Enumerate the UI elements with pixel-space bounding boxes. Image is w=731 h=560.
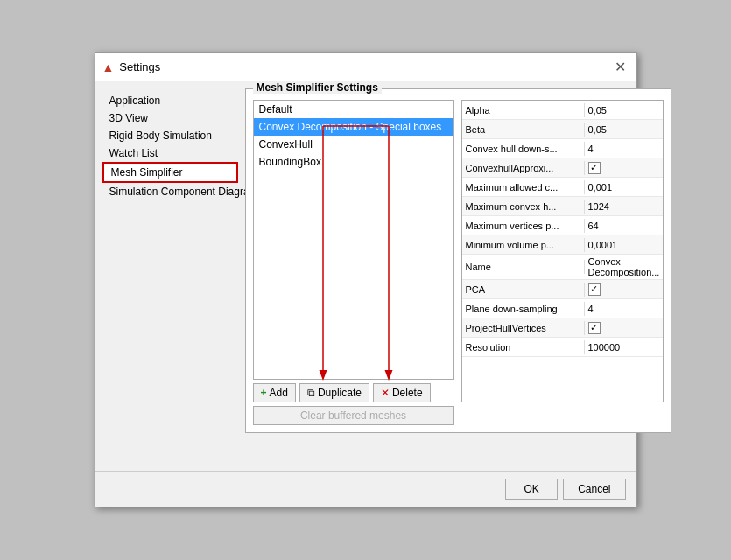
list-box[interactable]: Default Convex Decomposition - Special b… [253,100,454,380]
prop-name: Beta [462,122,585,136]
duplicate-button[interactable]: ⧉ Duplicate [299,383,369,402]
prop-name: Maximum vertices p... [462,219,585,233]
sidebar-item-3dview[interactable]: 3D View [102,109,238,127]
main-content: Mesh Simplifier Settings [238,88,679,464]
prop-row: Maximum convex h...1024 [462,197,664,216]
prop-value: 0,05 [585,122,664,136]
sidebar-item-simulationcomponent[interactable]: Simulation Component Diagram [102,183,238,200]
app-icon: ▲ [102,60,115,74]
prop-value: 0,05 [585,103,664,117]
prop-name: Maximum convex h... [462,200,585,214]
sidebar: Application 3D View Rigid Body Simulatio… [102,88,238,464]
props-panel: Alpha0,05Beta0,05Convex hull down-s...4C… [461,100,664,402]
list-item-default[interactable]: Default [254,101,453,118]
list-buttons: + Add ⧉ Duplicate ✕ Delete [253,383,454,402]
prop-name: Resolution [462,340,585,354]
list-panel: Default Convex Decomposition - Special b… [253,100,454,425]
clear-label: Clear buffered meshes [300,410,406,422]
prop-row: PCA✓ [462,280,664,299]
clear-buffered-meshes-button[interactable]: Clear buffered meshes [253,406,454,425]
prop-value: Convex Decomposition... [585,255,664,279]
prop-row: Beta0,05 [462,120,664,139]
prop-row: ProjectHullVertices✓ [462,318,664,338]
checkbox[interactable]: ✓ [588,162,601,174]
prop-row: Maximum vertices p...64 [462,216,664,235]
list-item-boundingbox[interactable]: BoundingBox [254,153,453,171]
duplicate-icon: ⧉ [307,387,315,399]
prop-row: NameConvex Decomposition... [462,255,664,280]
group-box-title: Mesh Simplifier Settings [253,81,382,94]
sidebar-item-application[interactable]: Application [102,92,238,109]
prop-value: 64 [585,219,664,233]
prop-value[interactable]: ✓ [585,282,664,298]
list-item-convexhull[interactable]: ConvexHull [254,136,453,153]
prop-row: Convex hull down-s...4 [462,139,664,158]
prop-value: 4 [585,302,664,316]
title-bar: ▲ Settings ✕ [95,53,636,81]
add-button[interactable]: + Add [253,383,296,402]
prop-name: Maximum allowed c... [462,180,585,194]
prop-name: Name [462,260,585,274]
dialog-body: Application 3D View Rigid Body Simulatio… [95,81,636,471]
prop-name: Convex hull down-s... [462,142,585,156]
list-item-convex-decomposition[interactable]: Convex Decomposition - Special boxes [254,118,453,136]
cancel-button[interactable]: Cancel [563,479,625,500]
prop-name: Alpha [462,103,585,117]
prop-value: 1024 [585,200,664,214]
settings-dialog: ▲ Settings ✕ Application 3D View Rigid B… [95,52,637,508]
close-button[interactable]: ✕ [611,60,629,74]
prop-row: ConvexhullApproxi...✓ [462,158,664,178]
prop-value: 0,001 [585,180,664,194]
prop-row: Plane down-sampling4 [462,299,664,318]
duplicate-label: Duplicate [318,387,362,399]
prop-name: ProjectHullVertices [462,321,585,335]
prop-name: PCA [462,283,585,297]
prop-value: 4 [585,142,664,156]
prop-row: Maximum allowed c...0,001 [462,178,664,197]
prop-value: 0,0001 [585,238,664,252]
prop-value: 100000 [585,340,664,354]
delete-label: Delete [392,387,423,399]
prop-value[interactable]: ✓ [585,160,664,176]
ok-button[interactable]: OK [505,479,558,500]
group-box-inner: Default Convex Decomposition - Special b… [253,100,664,425]
group-box: Mesh Simplifier Settings [245,88,672,433]
sidebar-item-meshsimplifier[interactable]: Mesh Simplifier [102,162,238,183]
prop-row: Resolution100000 [462,338,664,357]
delete-icon: ✕ [381,387,390,399]
dialog-title: Settings [119,60,160,74]
prop-name: Minimum volume p... [462,238,585,252]
sidebar-item-watchlist[interactable]: Watch List [102,144,238,162]
prop-name: Plane down-sampling [462,302,585,316]
dialog-footer: OK Cancel [95,471,636,507]
sidebar-item-rigidbody[interactable]: Rigid Body Simulation [102,127,238,144]
delete-button[interactable]: ✕ Delete [373,383,431,402]
prop-name: ConvexhullApproxi... [462,161,585,175]
plus-icon: + [261,387,267,399]
prop-row: Minimum volume p...0,0001 [462,235,664,255]
add-label: Add [270,387,288,399]
prop-value[interactable]: ✓ [585,320,664,336]
checkbox[interactable]: ✓ [588,322,601,334]
prop-row: Alpha0,05 [462,101,664,120]
title-bar-left: ▲ Settings [102,60,161,74]
checkbox[interactable]: ✓ [588,284,601,296]
